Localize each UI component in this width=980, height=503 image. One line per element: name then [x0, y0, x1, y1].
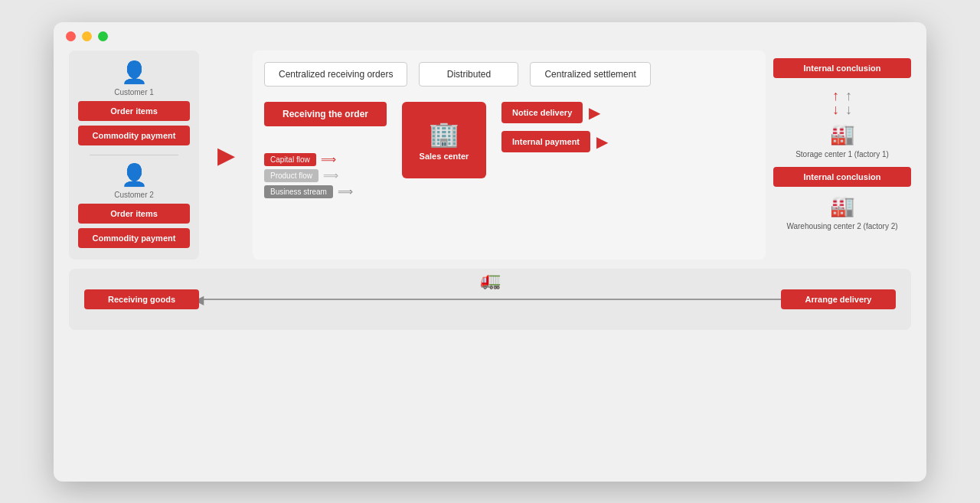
flow-left: Receiving the order Capital flow ⟹ Produ… [264, 102, 387, 198]
product-flow-label: Product flow [264, 169, 318, 182]
capital-flow-legend: Capital flow ⟹ [264, 153, 387, 166]
product-flow-legend: Product flow ⟹ [264, 169, 387, 182]
storage-icon-2: 🏭 [830, 194, 854, 218]
storage-label-1: Storage center 1 (factory 1) [795, 149, 889, 159]
arrange-delivery-btn[interactable]: Arrange delivery [781, 289, 896, 309]
delivery-line [199, 299, 781, 300]
customer1-order-btn[interactable]: Order items [78, 101, 190, 121]
flow-right: Notice delivery ▶ Internal payment ▶ [501, 102, 632, 152]
content-area: 👤 Customer 1 Order items Commodity payme… [54, 51, 926, 330]
customer1-icon: 👤 [121, 62, 148, 83]
arrow-updown-gray-1: ↑↓ [845, 89, 852, 116]
customer1-payment-btn[interactable]: Commodity payment [78, 126, 190, 145]
main-arrow-container: ▶ [207, 51, 245, 260]
main-flow-panel: Centralized receiving orders Distributed… [253, 51, 766, 260]
customer2-section: 👤 Customer 2 Order items Commodity payme… [78, 165, 190, 248]
minimize-dot[interactable] [82, 31, 92, 41]
centralized-header: Centralized receiving orders [264, 62, 407, 87]
storage-label-2: Warehousing center 2 (factory 2) [786, 221, 897, 231]
centralized-settlement-header: Centralized settlement [530, 62, 650, 87]
flow-body: Receiving the order Capital flow ⟹ Produ… [264, 102, 754, 198]
arrow-up-red-1: ↑↓ [832, 89, 839, 116]
main-arrow-icon: ▶ [217, 142, 235, 168]
customer2-label: Customer 2 [114, 191, 154, 199]
customers-panel: 👤 Customer 1 Order items Commodity payme… [69, 51, 199, 260]
storage-panel: Internal conclusion ↑↓ ↑↓ 🏭 Storage cent… [773, 51, 911, 260]
storage-icon-1: 🏭 [830, 122, 854, 146]
distributed-header: Distributed [419, 62, 518, 87]
sales-center-label: Sales center [420, 152, 469, 161]
top-section: 👤 Customer 1 Order items Commodity payme… [69, 51, 911, 260]
storage-item1: ↑↓ ↑↓ 🏭 Storage center 1 (factory 1) [773, 86, 911, 159]
close-dot[interactable] [66, 31, 76, 41]
capital-flow-label: Capital flow [264, 153, 316, 166]
customer1-section: 👤 Customer 1 Order items Commodity payme… [78, 62, 190, 145]
divider [90, 155, 179, 155]
receiving-order-btn[interactable]: Receiving the order [264, 102, 387, 126]
receiving-goods-btn[interactable]: Receiving goods [84, 289, 199, 309]
internal-payment-arrow: ▶ [596, 132, 608, 151]
business-stream-label: Business stream [264, 185, 333, 198]
storage-item2: 🏭 Warehousing center 2 (factory 2) [773, 194, 911, 231]
notice-delivery-row: Notice delivery ▶ [501, 102, 632, 123]
notice-delivery-arrow: ▶ [589, 103, 600, 122]
customer2-payment-btn[interactable]: Commodity payment [78, 228, 190, 248]
customer1-label: Customer 1 [114, 88, 154, 96]
internal-conclusion-1-btn[interactable]: Internal conclusion [773, 58, 911, 78]
customer2-icon: 👤 [121, 165, 148, 186]
truck-icon: 🚛 [480, 270, 501, 290]
internal-payment-row: Internal payment ▶ [501, 131, 632, 152]
capital-flow-arrow: ⟹ [321, 153, 336, 165]
product-flow-arrow: ⟹ [323, 169, 338, 181]
title-bar [54, 22, 926, 51]
internal-payment-btn[interactable]: Internal payment [501, 131, 590, 152]
business-stream-arrow: ⟹ [338, 185, 353, 198]
arrows-double-1: ↑↓ ↑↓ [832, 89, 852, 116]
customer2-order-btn[interactable]: Order items [78, 204, 190, 224]
internal-conclusion-2-btn[interactable]: Internal conclusion [773, 167, 911, 187]
notice-delivery-btn[interactable]: Notice delivery [501, 102, 583, 123]
sales-center-box: 🏢 Sales center [402, 102, 486, 178]
sales-center-icon: 🏢 [429, 119, 459, 149]
delivery-arrow-container: 🚛 ◀ [199, 284, 781, 315]
legend-area: Capital flow ⟹ Product flow ⟹ Business s… [264, 153, 387, 198]
business-stream-legend: Business stream ⟹ [264, 185, 387, 198]
main-window: 👤 Customer 1 Order items Commodity payme… [54, 22, 926, 482]
maximize-dot[interactable] [98, 31, 108, 41]
flow-center: 🏢 Sales center [402, 102, 486, 178]
flow-header: Centralized receiving orders Distributed… [264, 62, 754, 87]
bottom-section: Receiving goods 🚛 ◀ Arrange delivery [69, 269, 911, 330]
